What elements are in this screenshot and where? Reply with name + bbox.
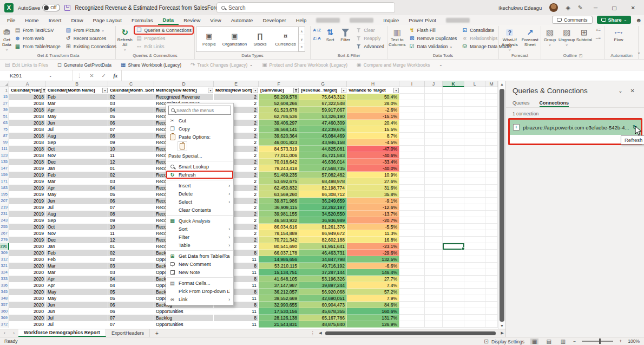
cell[interactable]: Mar (46, 178, 108, 185)
cell[interactable]: 59,917,067 (299, 107, 347, 113)
scroll-up-icon[interactable]: ▲ (498, 81, 505, 87)
cell[interactable]: -6.6% (347, 263, 399, 269)
cell[interactable] (425, 315, 443, 321)
row-number[interactable]: 231 (0, 211, 9, 217)
cell[interactable] (443, 172, 464, 178)
tab-file[interactable]: File (2, 16, 20, 24)
cell[interactable] (399, 94, 425, 100)
paste-option-keep-source[interactable] (166, 141, 233, 152)
gallery-item-currencies[interactable]: ¤Currencies (273, 27, 298, 51)
minimize-button[interactable]: ─ (590, 5, 601, 11)
cell[interactable]: 10 (108, 224, 154, 230)
cell[interactable] (443, 204, 464, 211)
cell[interactable] (464, 185, 485, 191)
tab-home[interactable]: Home (20, 16, 43, 24)
cell[interactable] (425, 282, 443, 289)
cell[interactable]: -40.6% (347, 152, 399, 159)
cell[interactable]: 02 (108, 256, 154, 263)
row-number[interactable]: 39 (0, 107, 9, 113)
cell[interactable]: 81,261,376 (299, 224, 347, 230)
cell[interactable] (399, 243, 425, 250)
cell[interactable] (464, 159, 485, 165)
cell[interactable]: 86,308,712 (299, 191, 347, 198)
cell[interactable] (443, 295, 464, 302)
cell[interactable] (399, 295, 425, 302)
gallery-scroll[interactable]: ∧∨≡ (298, 27, 305, 51)
cell[interactable]: 2020 (9, 269, 46, 276)
cell[interactable]: 09 (108, 139, 154, 146)
cell[interactable]: Aug (46, 133, 108, 139)
cell[interactable] (443, 191, 464, 198)
save-icon[interactable] (64, 5, 70, 11)
cell[interactable] (443, 100, 464, 107)
filter-dropdown-icon[interactable]: ▾ (341, 88, 346, 93)
cell[interactable]: 2019 (9, 185, 46, 191)
cell[interactable]: 2020 (9, 250, 46, 256)
menu-item-smart-lookup[interactable]: Smart Lookup (166, 162, 233, 171)
cell[interactable] (399, 321, 425, 328)
cell[interactable] (425, 269, 443, 276)
cell[interactable]: 39,552,669 (259, 295, 299, 302)
cell[interactable]: Jan (46, 165, 108, 172)
vscroll-thumb[interactable] (500, 89, 504, 322)
toolbar-overflow-icon[interactable]: ⌄ (439, 63, 442, 67)
cell[interactable]: 21,543,831 (259, 321, 299, 328)
menu-item-cut[interactable]: ✂Cut (166, 116, 233, 125)
cell[interactable]: 70,018,642 (259, 159, 299, 165)
column-letter-D[interactable]: D (154, 81, 214, 87)
hscroll-right-icon[interactable]: ▶ (500, 331, 505, 335)
cell[interactable]: 02 (108, 94, 154, 100)
cell[interactable]: 2018 (9, 100, 46, 107)
cell[interactable]: Nov (46, 152, 108, 159)
cell[interactable]: 34,847,798 (299, 256, 347, 263)
menu-item-clear-contents[interactable]: Clear Contents (166, 206, 233, 214)
cell[interactable] (425, 289, 443, 295)
ribbon-button-get-data[interactable]: ⛃Get Data⌄ (2, 26, 11, 52)
cell[interactable]: 32,990,655 (259, 302, 299, 308)
menu-item-paste-options[interactable]: Paste Options: (166, 133, 233, 141)
cell[interactable]: May (46, 191, 108, 198)
cell[interactable] (443, 159, 464, 165)
tab-insert[interactable]: Insert (44, 16, 67, 24)
cell[interactable]: 11 (214, 321, 259, 328)
cell[interactable] (464, 204, 485, 211)
cell[interactable] (399, 256, 425, 263)
ribbon-button-flash-fill[interactable]: ↯Flash Fill (407, 26, 459, 34)
zoom-slider[interactable] (582, 341, 613, 342)
cell[interactable] (464, 321, 485, 328)
legacy-generate-getpivotdata[interactable]: ☐Generate GetPivotData (57, 62, 111, 68)
row-number[interactable]: 309 (0, 250, 9, 256)
tab-developer[interactable]: Developer (258, 16, 291, 24)
column-letter-C[interactable]: C (108, 81, 154, 87)
cell[interactable]: 03 (108, 178, 154, 185)
row-number[interactable]: 345 (0, 289, 9, 295)
share-button[interactable]: Share⌄ (597, 16, 632, 24)
cell[interactable] (485, 308, 498, 315)
cell[interactable]: 37,287,144 (299, 269, 347, 276)
cell[interactable]: 42,239,675 (299, 126, 347, 133)
cell[interactable]: 84.6% (347, 302, 399, 308)
cell[interactable]: Jul (46, 204, 108, 211)
cell[interactable] (464, 250, 485, 256)
close-icon[interactable]: ✕ (627, 88, 639, 94)
cell[interactable] (425, 256, 443, 263)
cell[interactable]: 08 (108, 211, 154, 217)
filter-dropdown-icon[interactable]: ▾ (208, 88, 213, 93)
cell[interactable]: 03 (108, 263, 154, 269)
cell[interactable]: 05 (108, 295, 154, 302)
person-add-icon[interactable]: ☻ (635, 17, 642, 23)
column-letter-B[interactable]: B (46, 81, 108, 87)
cell[interactable]: 04 (108, 185, 154, 191)
cell[interactable] (464, 191, 485, 198)
cell[interactable]: 2020 (9, 302, 46, 308)
cell[interactable] (464, 256, 485, 263)
ribbon-button-from-web[interactable]: ⊕From Web (12, 34, 62, 42)
cell[interactable]: 2020 (9, 308, 46, 315)
cell[interactable] (425, 217, 443, 224)
hscroll-left-icon[interactable]: ◀ (317, 331, 323, 335)
cell[interactable]: 36,936,989 (299, 217, 347, 224)
insert-function-icon[interactable]: fx (109, 73, 121, 79)
cell[interactable] (464, 165, 485, 172)
ribbon-button-filter[interactable]: Filter (338, 26, 352, 52)
cell[interactable] (485, 133, 498, 139)
